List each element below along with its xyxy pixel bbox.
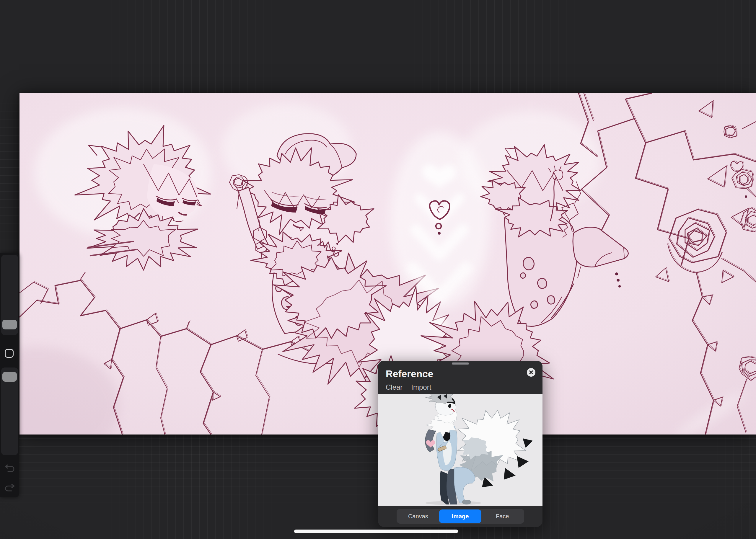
clear-button[interactable]: Clear [386, 383, 402, 391]
undo-arrow-icon [5, 465, 14, 471]
undo-button[interactable] [4, 463, 16, 473]
reference-panel: Reference Clear Import [378, 361, 543, 527]
reference-actions: Clear Import [386, 383, 431, 391]
reference-image-art [378, 394, 543, 506]
tab-face[interactable]: Face [481, 509, 524, 523]
brush-sidebar [0, 253, 19, 498]
brush-opacity-handle[interactable] [2, 372, 17, 382]
home-indicator[interactable] [294, 530, 458, 533]
drag-handle-bar[interactable] [452, 362, 469, 364]
reference-title: Reference [386, 368, 433, 380]
procreate-fullscreen: Reference Clear Import [0, 0, 756, 539]
reference-panel-footer: Canvas Image Face [378, 506, 543, 527]
close-icon [527, 368, 536, 377]
redo-arrow-icon [6, 484, 14, 491]
redo-button[interactable] [4, 483, 16, 493]
tab-image[interactable]: Image [439, 509, 481, 523]
modify-button[interactable] [5, 349, 14, 358]
brush-size-handle[interactable] [2, 320, 17, 330]
reference-image[interactable] [378, 394, 543, 506]
reference-panel-header: Reference Clear Import [378, 361, 543, 394]
import-button[interactable]: Import [411, 383, 431, 391]
close-button[interactable] [527, 368, 536, 377]
tab-canvas[interactable]: Canvas [397, 509, 440, 523]
reference-mode-tabs: Canvas Image Face [397, 509, 524, 524]
